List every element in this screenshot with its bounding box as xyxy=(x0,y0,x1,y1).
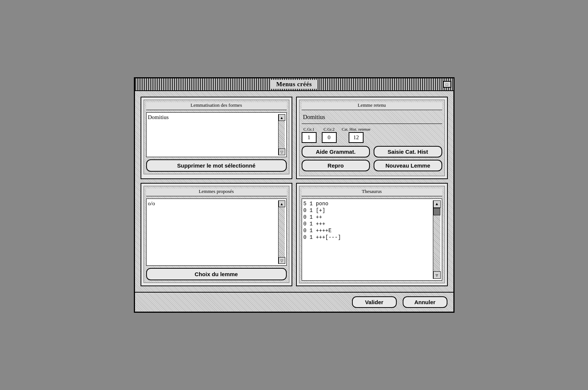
lemmes-proposes-item: o/o xyxy=(148,200,277,207)
valider-button[interactable]: Valider xyxy=(352,296,397,308)
scroll-down-arrow[interactable]: ▽ xyxy=(279,149,285,155)
lemmatisation-list[interactable]: Domitius ▲ ▽ xyxy=(146,112,287,157)
thesaurus-list[interactable]: 5 1 pono0 1 [+]0 1 ++0 1 +++0 1 ++++E0 1… xyxy=(302,199,442,281)
saisie-cat-hist-button[interactable]: Saisie Cat. Hist xyxy=(374,146,442,157)
lemmatisation-item: Domitius xyxy=(148,114,277,121)
lemme-retenu-title: Lemme retenu xyxy=(302,102,442,110)
aide-grammat-button[interactable]: Aide Grammat. xyxy=(302,146,370,157)
lemmes-proposes-content: o/o xyxy=(148,200,277,264)
cgr1-label: C.Gr.1 xyxy=(304,127,314,131)
thesaurus-scroll-track xyxy=(433,215,440,271)
close-button[interactable]: □ xyxy=(443,81,451,88)
window-title: Menus créés xyxy=(270,80,318,89)
lemme-retenu-panel: Lemme retenu Domitius C.Gr.1 1 C.Gr.2 0 … xyxy=(296,97,448,179)
thesaurus-row[interactable]: 0 1 +++ xyxy=(304,221,432,227)
title-bar: Menus créés □ xyxy=(135,78,453,91)
lemmes-proposes-panel-inner: Lemmes proposés o/o ▲ ▽ Choix du lemme xyxy=(144,186,289,283)
scroll-track xyxy=(279,121,285,149)
aide-saisie-row: Aide Grammat. Saisie Cat. Hist xyxy=(302,146,442,157)
thesaurus-scroll-up[interactable]: ▲ xyxy=(433,200,441,208)
scroll-track-2 xyxy=(279,207,285,257)
choix-lemme-button[interactable]: Choix du lemme xyxy=(146,268,287,280)
lemmes-proposes-list[interactable]: o/o ▲ ▽ xyxy=(146,199,287,266)
cgr1-value[interactable]: 1 xyxy=(302,132,317,143)
lemmatisation-scrollbar: ▲ ▽ xyxy=(278,114,285,155)
fields-row: C.Gr.1 1 C.Gr.2 0 Cat. Hist. retenue 12 xyxy=(302,127,442,143)
lemmatisation-panel: Lemmatisation des formes Domitius ▲ ▽ Su… xyxy=(141,97,292,179)
supprimer-button[interactable]: Supprimer le mot sélectionné xyxy=(146,159,287,172)
thesaurus-row[interactable]: 0 1 [+] xyxy=(304,207,432,214)
bottom-bar: Valider Annuler xyxy=(135,292,453,312)
cgr2-label: C.Gr.2 xyxy=(324,127,334,131)
thesaurus-row[interactable]: 0 1 ++++E xyxy=(304,227,432,234)
lemme-retenu-value: Domitius xyxy=(302,112,442,124)
thesaurus-panel-inner: Thesaurus 5 1 pono0 1 [+]0 1 ++0 1 +++0 … xyxy=(299,186,445,283)
cat-hist-group: Cat. Hist. retenue 12 xyxy=(342,127,371,143)
lemmatisation-title: Lemmatisation des formes xyxy=(146,102,287,110)
cat-hist-value[interactable]: 12 xyxy=(349,132,364,143)
scroll-up-arrow-2[interactable]: ▲ xyxy=(279,200,285,207)
thesaurus-content: 5 1 pono0 1 [+]0 1 ++0 1 +++0 1 ++++E0 1… xyxy=(304,200,432,279)
nouveau-lemme-button[interactable]: Nouveau Lemme xyxy=(374,160,442,171)
lemmatisation-list-content: Domitius xyxy=(148,114,277,155)
thesaurus-row[interactable]: 5 1 pono xyxy=(304,200,432,207)
main-window: Menus créés □ Lemmatisation des formes D… xyxy=(134,77,455,313)
scroll-down-arrow-2[interactable]: ▽ xyxy=(279,257,285,264)
repro-button[interactable]: Repro xyxy=(302,160,370,171)
lemmes-proposes-scrollbar: ▲ ▽ xyxy=(278,200,285,264)
thesaurus-row[interactable]: 0 1 +++[---] xyxy=(304,234,432,241)
thesaurus-panel: Thesaurus 5 1 pono0 1 [+]0 1 ++0 1 +++0 … xyxy=(296,183,448,286)
thesaurus-row[interactable]: 0 1 ++ xyxy=(304,214,432,221)
cgr1-group: C.Gr.1 1 xyxy=(302,127,317,143)
lemme-retenu-panel-inner: Lemme retenu Domitius C.Gr.1 1 C.Gr.2 0 … xyxy=(299,100,445,176)
main-content: Lemmatisation des formes Domitius ▲ ▽ Su… xyxy=(135,91,453,292)
lemmes-proposes-title: Lemmes proposés xyxy=(146,188,287,196)
thesaurus-scroll-down[interactable]: ▽ xyxy=(433,271,441,279)
cgr2-group: C.Gr.2 0 xyxy=(322,127,337,143)
scroll-up-arrow[interactable]: ▲ xyxy=(279,114,285,121)
thesaurus-title: Thesaurus xyxy=(302,188,442,196)
repro-nouveau-row: Repro Nouveau Lemme xyxy=(302,160,442,171)
lemmes-proposes-panel: Lemmes proposés o/o ▲ ▽ Choix du lemme xyxy=(141,183,292,286)
cat-hist-label: Cat. Hist. retenue xyxy=(342,127,371,131)
lemmatisation-panel-inner: Lemmatisation des formes Domitius ▲ ▽ Su… xyxy=(144,100,289,174)
annuler-button[interactable]: Annuler xyxy=(403,296,447,308)
thesaurus-scroll-thumb xyxy=(433,208,440,215)
thesaurus-scrollbar: ▲ ▽ xyxy=(433,200,440,279)
cgr2-value[interactable]: 0 xyxy=(322,132,337,143)
